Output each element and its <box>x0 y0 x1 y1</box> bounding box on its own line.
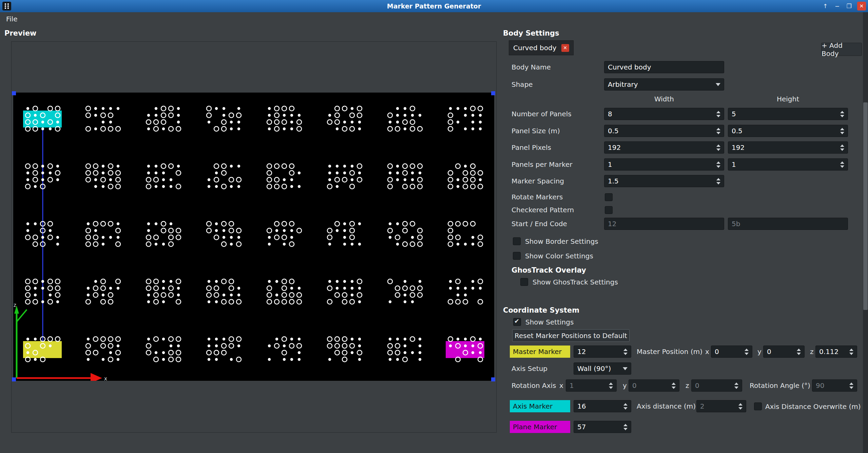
canvas-handle-top-right[interactable] <box>491 91 495 95</box>
master-marker-spinbox[interactable]: 12 <box>574 346 631 358</box>
show-ghostrack-settings-checkbox[interactable] <box>520 278 528 286</box>
rotation-axis-y-label: y <box>623 379 627 392</box>
spinner-arrows-icon[interactable] <box>837 144 844 151</box>
menu-file[interactable]: File <box>0 12 23 26</box>
show-ghostrack-settings-label: Show GhosTrack Settings <box>533 277 618 287</box>
number-of-panels-width-spinbox[interactable]: 8 <box>604 108 724 120</box>
canvas-handle-bottom-left[interactable] <box>12 377 16 381</box>
close-icon[interactable]: ✕ <box>857 2 866 11</box>
marker-pattern-svg: zx <box>13 93 494 381</box>
master-position-label: Master Position (m) <box>637 346 702 358</box>
marker-spacing-spinbox[interactable]: 1.5 <box>604 175 724 187</box>
show-border-settings-label: Show Border Settings <box>525 237 598 246</box>
panel-pixels-label: Panel Pixels <box>512 141 551 154</box>
width-column-header: Width <box>604 94 724 104</box>
master-marker-label: Master Marker <box>510 346 570 358</box>
axis-marker-label: Axis Marker <box>510 400 570 412</box>
spinner-arrows-icon[interactable] <box>732 382 738 389</box>
spinner-arrows-icon[interactable] <box>669 382 676 389</box>
spinner-arrows-icon[interactable] <box>714 161 720 168</box>
panel-size-height-spinbox[interactable]: 0.5 <box>728 125 848 137</box>
canvas-handle-bottom-right[interactable] <box>491 377 495 381</box>
spinner-arrows-icon[interactable] <box>621 424 628 430</box>
spinner-arrows-icon[interactable] <box>714 178 720 184</box>
rotation-axis-y-spinbox[interactable]: 0 <box>629 379 679 392</box>
master-position-y-spinbox[interactable]: 0 <box>763 346 805 358</box>
close-tab-icon[interactable]: ✕ <box>561 44 569 52</box>
shape-label: Shape <box>512 78 533 91</box>
axis-distance-spinbox[interactable]: 2 <box>696 400 746 412</box>
scrollbar-thumb[interactable] <box>863 102 868 310</box>
number-of-panels-label: Number of Panels <box>512 108 572 120</box>
axis-marker-spinbox[interactable]: 16 <box>574 400 631 412</box>
preview-title: Preview <box>4 28 37 38</box>
master-position-z-spinbox[interactable]: 0.112 <box>815 346 857 358</box>
spinner-arrows-icon[interactable] <box>847 349 853 355</box>
rotation-angle-spinbox[interactable]: 90 <box>812 379 857 392</box>
window-controls: ↑ − ❐ ✕ <box>822 0 866 12</box>
spinner-arrows-icon[interactable] <box>714 144 720 151</box>
axis-distance-overwrite-label: Axis Distance Overwrite (m) <box>765 402 861 411</box>
rotation-axis-label: Rotation Axis <box>512 379 556 392</box>
spinner-arrows-icon[interactable] <box>794 349 801 355</box>
panels-per-marker-height-spinbox[interactable]: 1 <box>728 158 848 171</box>
rotation-axis-x-label: x <box>559 379 563 392</box>
add-body-button[interactable]: + Add Body <box>821 43 862 56</box>
axis-distance-overwrite-checkbox[interactable] <box>754 402 762 410</box>
master-position-x-spinbox[interactable]: 0 <box>711 346 752 358</box>
rollup-icon[interactable]: ↑ <box>822 2 829 11</box>
spinner-arrows-icon[interactable] <box>736 403 742 410</box>
number-of-panels-height-spinbox[interactable]: 5 <box>728 108 848 120</box>
titlebar[interactable]: Marker Pattern Generator ↑ − ❐ ✕ <box>0 0 868 12</box>
rotate-markers-checkbox[interactable] <box>605 193 613 201</box>
spinner-arrows-icon[interactable] <box>714 128 720 134</box>
chevron-down-icon <box>623 367 628 370</box>
spinner-arrows-icon[interactable] <box>621 403 628 410</box>
tab-curved-body[interactable]: Curved body ✕ <box>509 40 574 55</box>
show-border-settings-checkbox[interactable] <box>513 237 521 245</box>
panel-pixels-width-spinbox[interactable]: 192 <box>604 141 724 154</box>
chevron-down-icon <box>716 83 720 86</box>
rotation-axis-x-spinbox[interactable]: 1 <box>566 379 617 392</box>
show-color-settings-label: Show Color Settings <box>525 251 593 261</box>
panel-pixels-height-spinbox[interactable]: 192 <box>728 141 848 154</box>
preview-canvas[interactable]: zx <box>13 93 494 381</box>
spinner-arrows-icon[interactable] <box>837 161 844 168</box>
rotation-angle-label: Rotation Angle (°) <box>750 379 810 392</box>
panels-per-marker-width-spinbox[interactable]: 1 <box>604 158 724 171</box>
maximize-icon[interactable]: ❐ <box>845 2 853 11</box>
checkered-pattern-checkbox[interactable] <box>605 206 613 214</box>
rotate-markers-label: Rotate Markers <box>512 191 563 203</box>
height-column-header: Height <box>728 94 848 104</box>
axis-setup-dropdown[interactable]: Wall (90°) <box>574 362 631 375</box>
panel-size-width-spinbox[interactable]: 0.5 <box>604 125 724 137</box>
plane-marker-spinbox[interactable]: 57 <box>574 421 631 433</box>
vertical-scrollbar[interactable] <box>863 12 868 453</box>
show-color-settings-checkbox[interactable] <box>513 252 521 260</box>
spinner-arrows-icon[interactable] <box>621 349 628 355</box>
plane-marker-label: Plane Marker <box>510 421 570 433</box>
spinner-arrows-icon[interactable] <box>847 382 853 389</box>
rotation-axis-z-label: z <box>686 379 689 392</box>
marker-spacing-label: Marker Spacing <box>512 175 564 187</box>
minimize-icon[interactable]: − <box>833 2 841 11</box>
spinner-arrows-icon[interactable] <box>837 111 844 117</box>
show-settings-label: Show Settings <box>525 317 574 327</box>
reset-marker-positions-button[interactable]: Reset Marker Positions to Default <box>512 329 630 342</box>
spinner-arrows-icon[interactable] <box>837 128 844 134</box>
spinner-arrows-icon[interactable] <box>742 349 749 355</box>
rotation-axis-z-spinbox[interactable]: 0 <box>691 379 742 392</box>
shape-dropdown[interactable]: Arbitrary <box>604 78 724 91</box>
canvas-handle-top-left[interactable] <box>12 91 16 95</box>
show-settings-checkbox[interactable] <box>513 318 521 326</box>
ghostrack-overlay-title: GhosTrack Overlay <box>512 265 586 275</box>
spinner-arrows-icon[interactable] <box>606 382 613 389</box>
start-code-input[interactable]: 12 <box>604 218 724 230</box>
master-position-y-label: y <box>757 346 761 358</box>
axis-setup-label: Axis Setup <box>512 362 547 375</box>
axis-distance-label: Axis distance (m) <box>637 400 696 412</box>
body-name-input[interactable]: Curved body <box>604 61 724 73</box>
spinner-arrows-icon[interactable] <box>714 111 720 117</box>
end-code-input[interactable]: 5b <box>728 218 848 230</box>
body-settings-title: Body Settings <box>503 28 559 38</box>
